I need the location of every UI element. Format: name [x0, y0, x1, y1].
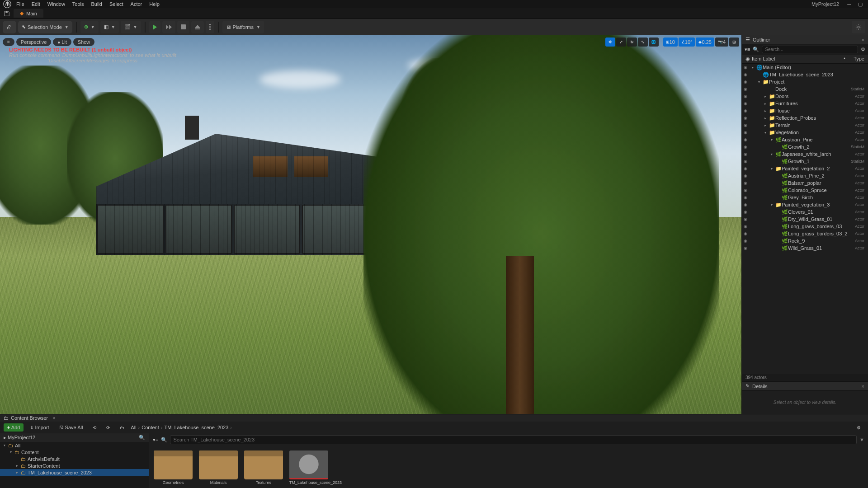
outliner-row[interactable]: ◉🌐TM_Lakehouse_scene_2023: [742, 71, 868, 78]
coord-space-icon[interactable]: 🌐: [649, 38, 659, 47]
settings-button[interactable]: ⚙: [853, 424, 864, 432]
show-menu[interactable]: Show: [73, 38, 95, 46]
menu-select[interactable]: Select: [106, 1, 127, 7]
close-icon[interactable]: ×: [862, 37, 864, 42]
skip-button[interactable]: [162, 21, 175, 33]
viewport-maximize-icon[interactable]: ⊞: [729, 38, 739, 47]
outliner-row[interactable]: ◉▾📁Painted_vegetation_3Actor: [742, 201, 868, 208]
outliner-row[interactable]: ◉▸📁TerrainActor: [742, 122, 868, 129]
visibility-icon[interactable]: ◉: [744, 210, 750, 214]
visibility-icon[interactable]: ◉: [744, 239, 750, 243]
visibility-icon[interactable]: ◉: [744, 152, 750, 156]
outliner-row[interactable]: ◉🌿Wild_Grass_01Actor: [742, 244, 868, 252]
perspective-menu[interactable]: Perspective: [16, 38, 51, 46]
cinematics-button[interactable]: 🎬▼: [121, 21, 141, 33]
platforms-button[interactable]: 🖥 Platforms ▼: [222, 21, 264, 33]
outliner-row[interactable]: ◉🌿Balsam_poplarActor: [742, 179, 868, 187]
content-tree-row[interactable]: ▸🗀TM_Lakehouse_scene_2023: [0, 469, 149, 476]
outliner-column-header[interactable]: ◉ Item Label ▴ Type: [742, 55, 868, 64]
transform-move-icon[interactable]: ⤢: [616, 38, 626, 47]
scale-snap-button[interactable]: ◈ 0.25: [696, 38, 714, 47]
menu-help[interactable]: Help: [146, 1, 163, 7]
tab-main[interactable]: ◆ Main: [14, 9, 43, 18]
visibility-icon[interactable]: ◉: [744, 137, 750, 142]
visibility-icon[interactable]: ◉: [744, 130, 750, 135]
play-options-button[interactable]: [206, 21, 214, 33]
close-icon[interactable]: ×: [862, 384, 864, 389]
visibility-icon[interactable]: ◉: [744, 195, 750, 200]
outliner-row[interactable]: ◉▾📁Painted_vegetation_2Actor: [742, 165, 868, 172]
eject-button[interactable]: [191, 21, 204, 33]
settings-icon[interactable]: ⚙: [861, 47, 865, 52]
close-icon[interactable]: ×: [52, 415, 55, 421]
settings-button[interactable]: [852, 21, 865, 33]
import-button[interactable]: ⇓ Import: [26, 423, 52, 432]
item-label-header[interactable]: Item Label: [752, 56, 844, 62]
menu-window[interactable]: Window: [44, 1, 69, 7]
visibility-icon[interactable]: ◉: [744, 94, 750, 99]
visibility-icon[interactable]: ◉: [744, 72, 750, 77]
content-tree-row[interactable]: ▾🗀Content: [0, 449, 149, 455]
visibility-icon[interactable]: ◉: [744, 224, 750, 229]
asset-tile[interactable]: Geometries: [154, 450, 193, 485]
stop-button[interactable]: [177, 21, 189, 33]
details-tab[interactable]: ✎ Details ×: [742, 382, 868, 391]
play-button[interactable]: [149, 21, 160, 33]
transform-select-icon[interactable]: ✥: [605, 38, 615, 47]
outliner-tree[interactable]: ◉▾🌐Main (Editor)◉🌐TM_Lakehouse_scene_202…: [742, 64, 868, 374]
outliner-row[interactable]: ◉▾🌿Austrian_PineActor: [742, 136, 868, 143]
outliner-row[interactable]: ◉🌿Rock_9Actor: [742, 237, 868, 244]
level-viewport[interactable]: ≡ Perspective ● Lit Show LIGHTING NEEDS …: [0, 35, 741, 414]
visibility-icon[interactable]: ◉: [744, 159, 750, 164]
content-tree[interactable]: ▾🗀All▾🗀Content🗀ArchvisDefault▸🗀StarterCo…: [0, 442, 149, 488]
outliner-row[interactable]: ◉▸📁Reflection_ProbesActor: [742, 114, 868, 122]
outliner-row[interactable]: ◉DockStaticM: [742, 85, 868, 93]
menu-file[interactable]: File: [13, 1, 28, 7]
visibility-icon[interactable]: ◉: [744, 108, 750, 113]
visibility-icon[interactable]: ◉: [744, 166, 750, 171]
menu-build[interactable]: Build: [88, 1, 106, 7]
add-button[interactable]: Add: [4, 423, 24, 432]
visibility-icon[interactable]: ◉: [744, 87, 750, 91]
history-forward-button[interactable]: ⟳: [103, 424, 113, 432]
asset-tile[interactable]: TM_Lakehouse_scene_2023: [289, 450, 328, 485]
visibility-icon[interactable]: ◉: [744, 246, 750, 250]
add-content-button[interactable]: ⊕▼: [80, 21, 99, 33]
outliner-row[interactable]: ◉🌿Clovers_01Actor: [742, 208, 868, 216]
filter-icon[interactable]: ▾≡: [745, 47, 750, 52]
filter-icon[interactable]: ▾≡: [153, 437, 158, 443]
outliner-row[interactable]: ◉▸📁FurnituresActor: [742, 100, 868, 107]
unreal-logo-icon[interactable]: [2, 0, 13, 8]
lit-menu[interactable]: ● Lit: [53, 38, 71, 46]
asset-tile[interactable]: Textures: [244, 450, 283, 485]
outliner-row[interactable]: ◉🌿Long_grass_borders_03_2Actor: [742, 230, 868, 237]
outliner-row[interactable]: ◉▾🌿Japanese_white_larchActor: [742, 150, 868, 158]
visibility-icon[interactable]: ◉: [744, 181, 750, 185]
save-all-button[interactable]: 🖫 Save All: [56, 423, 87, 432]
outliner-row[interactable]: ◉▾📁Project: [742, 78, 868, 85]
outliner-row[interactable]: ◉🌿Growth_1StaticM: [742, 158, 868, 165]
visibility-icon[interactable]: ◉: [744, 80, 750, 84]
outliner-row[interactable]: ◉🌿Long_grass_borders_03Actor: [742, 223, 868, 230]
outliner-row[interactable]: ◉🌿Growth_2StaticM: [742, 143, 868, 150]
breadcrumb-item[interactable]: TM_Lakehouse_scene_2023: [164, 425, 228, 430]
modes-button[interactable]: [3, 21, 16, 33]
menu-actor[interactable]: Actor: [127, 1, 146, 7]
visibility-icon[interactable]: ◉: [744, 101, 750, 106]
visibility-icon[interactable]: ◉: [744, 202, 750, 207]
save-level-button[interactable]: [2, 9, 12, 19]
outliner-row[interactable]: ◉🌿Austrian_Pine_2Actor: [742, 172, 868, 179]
transform-rotate-icon[interactable]: ↻: [627, 38, 637, 47]
search-icon[interactable]: 🔍: [139, 435, 145, 441]
visibility-icon[interactable]: ◉: [744, 145, 750, 149]
outliner-row[interactable]: ◉▾📁VegetationActor: [742, 129, 868, 136]
type-header[interactable]: Type: [845, 56, 864, 62]
content-tree-row[interactable]: 🗀ArchvisDefault: [0, 455, 149, 462]
camera-speed-button[interactable]: 📷 4: [715, 38, 728, 47]
breadcrumb-item[interactable]: All: [131, 425, 136, 430]
outliner-search-input[interactable]: [762, 46, 858, 53]
menu-tools[interactable]: Tools: [69, 1, 88, 7]
outliner-row[interactable]: ◉▸📁HouseActor: [742, 107, 868, 114]
blueprints-button[interactable]: ◧▼: [100, 21, 119, 33]
menu-edit[interactable]: Edit: [28, 1, 44, 7]
